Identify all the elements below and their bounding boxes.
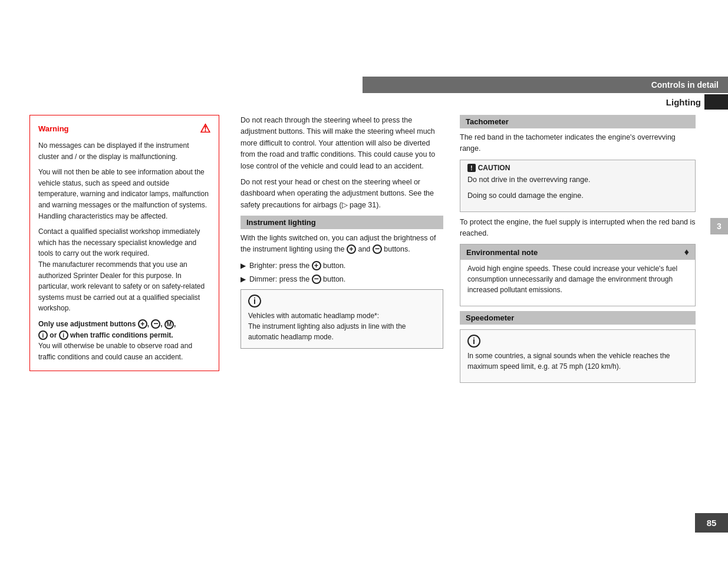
leaf-icon: ♦: [684, 247, 689, 257]
warning-title: Warning ⚠: [38, 121, 210, 135]
caution-icon: !: [467, 164, 476, 172]
minus-button-inline: −: [373, 244, 382, 254]
warning-para-3: Contact a qualified specialist workshop …: [38, 226, 210, 314]
info-note-box: i Vehicles with automatic headlamp mode*…: [241, 289, 443, 349]
arrow-right-icon-2: ▶: [241, 274, 246, 285]
speedometer-text: In some countries, a signal sounds when …: [467, 351, 688, 372]
speedometer-info-icon: i: [467, 335, 480, 348]
tachometer-text: The red band in the tachometer indicates…: [460, 132, 696, 155]
caution-line-2: Doing so could damage the engine.: [467, 190, 688, 201]
caution-line-1: Do not drive in the overrevving range.: [467, 174, 688, 186]
page: Controls in detail Lighting 3 85 Warning…: [0, 0, 728, 562]
right-column: Tachometer The red band in the tachomete…: [454, 115, 728, 515]
env-note-title: Environmental note: [466, 248, 538, 257]
warning-icon: ⚠: [200, 121, 210, 135]
header-title: Controls in detail: [651, 80, 719, 90]
tachometer-header: Tachometer: [460, 115, 696, 128]
section-label: Lighting: [666, 94, 728, 110]
section-label-text: Lighting: [666, 97, 704, 107]
warning-label: Warning: [38, 124, 69, 133]
info-circle-icon: i: [248, 295, 261, 308]
warning-para-4: Only use adjustment buttons +, −, M,i or…: [38, 319, 210, 362]
bullet-brighter: ▶ Brighter: press the + button.: [241, 260, 443, 272]
left-column: Warning ⚠ No messages can be displayed i…: [0, 115, 230, 515]
warning-text: No messages can be displayed if the inst…: [38, 140, 210, 362]
warning-para-1: No messages can be displayed if the inst…: [38, 140, 210, 162]
header-bar: Controls in detail: [363, 77, 728, 93]
bullet-dimmer-text: Dimmer: press the − button.: [249, 274, 345, 285]
mid-para-2: Do not rest your head or chest on the st…: [241, 177, 443, 211]
mid-column: Do not reach through the steering wheel …: [230, 115, 454, 515]
page-number: 85: [695, 513, 728, 533]
bullet-brighter-text: Brighter: press the + button.: [249, 260, 345, 272]
instrument-lighting-header: Instrument lighting: [241, 216, 443, 229]
env-note-header: Environmental note ♦: [460, 244, 695, 260]
caution-title: ! CAUTION: [467, 164, 688, 172]
arrow-right-icon: ▶: [241, 260, 246, 271]
plus-button-inline: +: [347, 244, 356, 254]
speedometer-info-box: i In some countries, a signal sounds whe…: [460, 329, 696, 383]
speedometer-header: Speedometer: [460, 311, 696, 325]
bullet-dimmer: ▶ Dimmer: press the − button.: [241, 274, 443, 285]
tachometer-note: To protect the engine, the fuel supply i…: [460, 217, 696, 240]
warning-para-2: You will not then be able to see informa…: [38, 167, 210, 222]
warning-box: Warning ⚠ No messages can be displayed i…: [29, 115, 219, 371]
plus-button-brighter: +: [312, 261, 321, 270]
content-area: Warning ⚠ No messages can be displayed i…: [0, 115, 728, 515]
instrument-lighting-text: With the lights switched on, you can adj…: [241, 233, 443, 256]
section-label-block: [704, 94, 728, 110]
environmental-note-box: Environmental note ♦ Avoid high engine s…: [460, 244, 696, 306]
minus-button-dimmer: −: [312, 275, 321, 284]
info-note-vehicles: Vehicles with automatic headlamp mode*:: [248, 310, 436, 321]
mid-para-1: Do not reach through the steering wheel …: [241, 115, 443, 172]
caution-box: ! CAUTION Do not drive in the overrevvin…: [460, 160, 696, 212]
caution-label: CAUTION: [478, 164, 510, 172]
info-note-lighting: The instrument lighting also adjusts in …: [248, 321, 436, 342]
env-note-text: Avoid high engine speeds. These could in…: [467, 263, 688, 295]
